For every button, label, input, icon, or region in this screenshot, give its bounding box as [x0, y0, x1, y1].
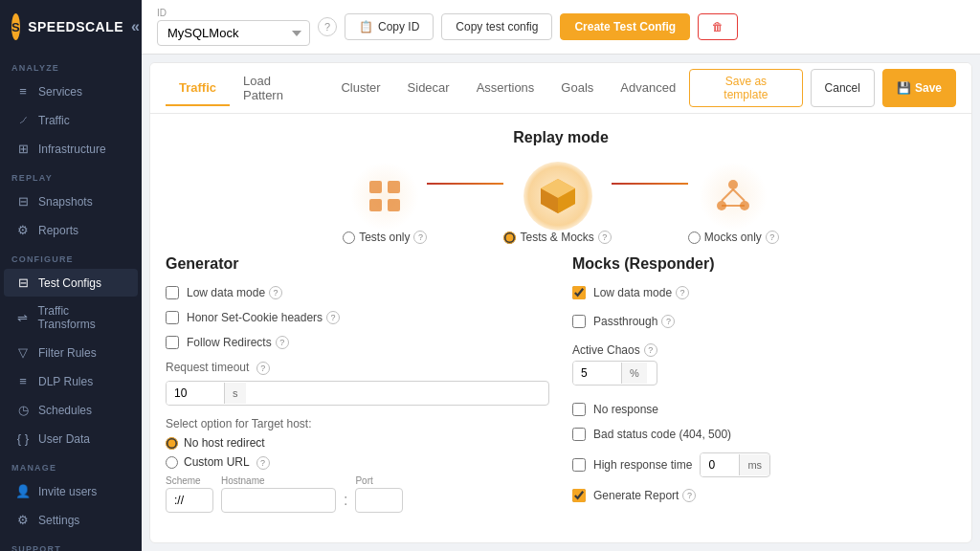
mocks-generate-report-checkbox[interactable] [572, 489, 586, 502]
copy-test-config-button[interactable]: Copy test config [441, 13, 552, 40]
custom-url-help[interactable]: ? [256, 456, 270, 470]
tab-advanced[interactable]: Advanced [607, 71, 689, 106]
generator-follow-redirects-checkbox[interactable] [166, 336, 179, 349]
active-chaos-input-wrap: % [572, 361, 657, 386]
generate-report-help[interactable]: ? [682, 489, 696, 502]
mocks-title: Mocks (Responder) [572, 255, 956, 273]
id-select[interactable]: MySQLMock [157, 20, 310, 46]
sidebar-item-schedules[interactable]: ◷ Schedules [4, 396, 138, 424]
active-chaos-section: Active Chaos ? % [572, 343, 956, 391]
hostname-field: Hostname [221, 475, 336, 513]
mocks-passthrough-help[interactable]: ? [661, 315, 675, 328]
tab-cluster[interactable]: Cluster [327, 71, 393, 106]
generator-honor-cookie-checkbox[interactable] [166, 311, 179, 324]
mocks-low-data-mode-checkbox[interactable] [572, 286, 586, 299]
sidebar-item-services[interactable]: ≡ Services [4, 77, 138, 105]
save-button[interactable]: 💾 Save [882, 69, 956, 107]
generator-follow-redirects-help[interactable]: ? [276, 336, 289, 349]
mode-tests-only-icon-wrap [350, 162, 419, 231]
mocks-no-response-checkbox[interactable] [572, 403, 586, 416]
sidebar-item-traffic-transforms[interactable]: ⇌ Traffic Transforms [4, 298, 138, 338]
high-response-time-input-wrap: ms [700, 452, 770, 477]
mocks-passthrough-checkbox[interactable] [572, 315, 586, 328]
custom-url-radio[interactable] [166, 456, 178, 469]
mode-tests-only-help[interactable]: ? [413, 231, 427, 244]
help-icon[interactable]: ? [318, 17, 337, 36]
tab-load-pattern[interactable]: Load Pattern [230, 64, 327, 114]
logo-text: SPEEDSCALE [28, 19, 123, 34]
topbar: ID MySQLMock ? 📋 Copy ID Copy test confi… [142, 0, 980, 55]
mode-tests-mocks-radio-row[interactable]: Tests & Mocks ? [503, 231, 611, 244]
request-timeout-input[interactable] [167, 382, 224, 405]
mocks-passthrough-row: Passthrough ? [572, 315, 956, 328]
sidebar-item-test-configs[interactable]: ⊟ Test Configs [4, 269, 138, 297]
sidebar-section-support: SUPPORT ? Documentation ✉ Contact Us [0, 535, 142, 551]
sidebar-item-filter-rules[interactable]: ▽ Filter Rules [4, 339, 138, 366]
scheme-input[interactable] [166, 488, 213, 513]
active-chaos-label: Active Chaos ? [572, 343, 657, 357]
sidebar-item-label: Schedules [38, 404, 92, 417]
section-label-configure: CONFIGURE [0, 245, 142, 268]
mode-mocks-only-help[interactable]: ? [766, 231, 779, 244]
tab-sidecar[interactable]: Sidecar [394, 71, 463, 106]
sidebar-logo: S SPEEDSCALE « [0, 0, 142, 54]
mocks-no-response-row: No response [572, 403, 956, 416]
sidebar-item-user-data[interactable]: { } User Data [4, 425, 138, 452]
high-response-time-input[interactable] [701, 453, 739, 476]
cancel-button[interactable]: Cancel [811, 69, 875, 107]
generator-title: Generator [166, 255, 549, 273]
section-label-analyze: ANALYZE [0, 54, 142, 77]
sidebar-item-infrastructure[interactable]: ⊞ Infrastructure [4, 135, 138, 163]
sidebar-item-dlp-rules[interactable]: ≡ DLP Rules [4, 367, 138, 395]
active-chaos-unit: % [621, 363, 647, 384]
active-chaos-help[interactable]: ? [644, 343, 657, 357]
sidebar-item-traffic[interactable]: ⟋ Traffic [4, 106, 138, 134]
no-host-redirect-radio[interactable] [166, 437, 178, 450]
no-host-redirect-option[interactable]: No host redirect [166, 436, 549, 450]
mode-mocks-only-radio-row[interactable]: Mocks only ? [688, 231, 779, 244]
id-field-label: ID [157, 8, 310, 18]
generator-low-data-mode-row: Low data mode ? [166, 286, 549, 299]
delete-button[interactable]: 🗑 [698, 13, 738, 40]
sidebar-item-settings[interactable]: ⚙ Settings [4, 506, 138, 534]
sidebar-item-label: Settings [38, 514, 79, 527]
mocks-bad-status-checkbox[interactable] [572, 428, 586, 441]
active-chaos-input[interactable] [573, 362, 621, 385]
generator-low-data-help[interactable]: ? [269, 286, 282, 299]
create-test-config-button[interactable]: Create Test Config [560, 13, 690, 40]
sidebar-item-invite-users[interactable]: 👤 Invite users [4, 477, 138, 505]
mocks-high-response-time-checkbox[interactable] [572, 458, 586, 472]
mode-tests-only[interactable]: Tests only ? [343, 162, 427, 244]
copy-id-button[interactable]: 📋 Copy ID [345, 13, 434, 40]
port-input[interactable] [355, 488, 403, 513]
mode-tests-only-radio-row[interactable]: Tests only ? [343, 231, 427, 244]
mode-mocks-only[interactable]: Mocks only ? [688, 162, 779, 244]
filter-rules-icon: ▽ [15, 345, 31, 360]
tab-goals[interactable]: Goals [547, 71, 607, 106]
generator-honor-cookie-help[interactable]: ? [326, 311, 340, 324]
custom-url-option[interactable]: Custom URL ? [166, 455, 549, 470]
save-as-template-button[interactable]: Save as template [689, 69, 802, 107]
sidebar-collapse-button[interactable]: « [131, 18, 140, 35]
generator-column: Generator Low data mode ? Honor Set-Cook… [166, 255, 549, 514]
sidebar-item-label: Reports [38, 224, 78, 237]
generator-honor-cookie-label: Honor Set-Cookie headers ? [187, 311, 340, 324]
hostname-input[interactable] [221, 488, 336, 513]
mocks-low-data-help[interactable]: ? [676, 286, 689, 299]
tab-traffic[interactable]: Traffic [166, 71, 230, 106]
request-timeout-help[interactable]: ? [256, 362, 270, 375]
mode-mocks-only-radio[interactable] [688, 231, 701, 244]
mode-tests-mocks[interactable]: Tests & Mocks ? [503, 162, 611, 244]
port-field: Port [355, 475, 403, 513]
grid-mode-icon [366, 177, 404, 215]
sidebar-item-label: Invite users [38, 485, 97, 498]
mode-tests-mocks-help[interactable]: ? [598, 231, 612, 244]
tab-assertions[interactable]: Assertions [463, 71, 548, 106]
traffic-transforms-icon: ⇌ [15, 311, 30, 325]
sidebar-item-reports[interactable]: ⚙ Reports [4, 216, 138, 244]
sidebar-item-label: Test Configs [38, 276, 101, 290]
sidebar-item-snapshots[interactable]: ⊟ Snapshots [4, 187, 138, 215]
generator-low-data-mode-checkbox[interactable] [166, 286, 179, 299]
mode-tests-only-radio[interactable] [343, 231, 355, 244]
mode-tests-mocks-radio[interactable] [503, 231, 516, 244]
